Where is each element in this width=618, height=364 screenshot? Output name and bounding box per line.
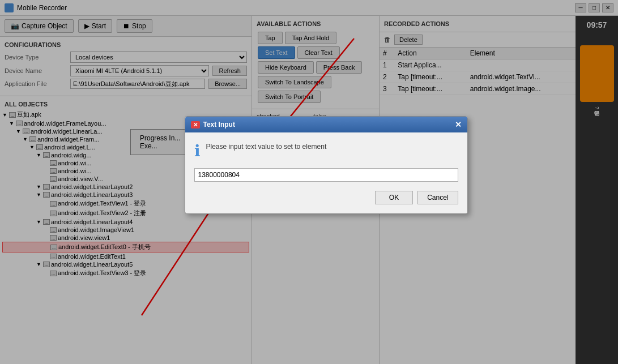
info-icon: ℹ bbox=[194, 142, 201, 160]
text-input-dialog: ✕ Text Input ✕ ℹ Please input text value… bbox=[185, 116, 468, 214]
modal-icon: ✕ bbox=[191, 121, 200, 129]
modal-overlay: ✕ Text Input ✕ ℹ Please input text value… bbox=[0, 0, 618, 364]
modal-titlebar: ✕ Text Input ✕ bbox=[185, 117, 467, 132]
modal-close-button[interactable]: ✕ bbox=[455, 120, 462, 129]
modal-buttons: OK Cancel bbox=[194, 191, 458, 204]
modal-text-input[interactable] bbox=[194, 168, 458, 182]
modal-message: Please input text value to set to elemen… bbox=[206, 142, 327, 152]
cancel-button[interactable]: Cancel bbox=[417, 191, 458, 204]
modal-title: Text Input bbox=[203, 121, 235, 129]
ok-button[interactable]: OK bbox=[375, 191, 413, 204]
modal-body: ℹ Please input text value to set to elem… bbox=[185, 132, 467, 213]
modal-info-row: ℹ Please input text value to set to elem… bbox=[194, 142, 458, 160]
